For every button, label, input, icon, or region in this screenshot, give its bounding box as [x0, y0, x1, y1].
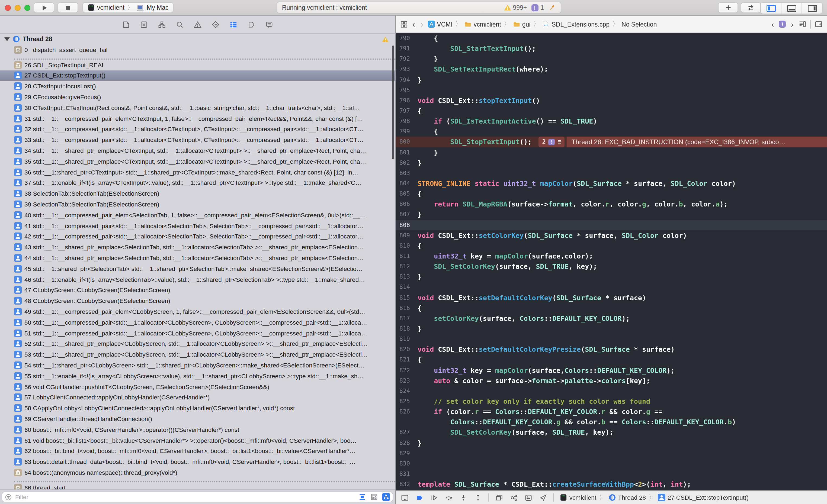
stack-frame-row[interactable]: 66 thread_start — [0, 482, 395, 489]
code-line[interactable]: 808 — [396, 220, 827, 230]
navigator-tab-source-control[interactable] — [139, 20, 149, 29]
code-text[interactable]: void CSDL_Ext::setDefaultColorKeyPresize… — [410, 345, 675, 354]
code-line[interactable]: 823 auto & color = surface->format->pale… — [396, 375, 827, 386]
line-number[interactable]: 792 — [396, 56, 410, 63]
error-banner[interactable]: Thread 28: EXC_BAD_INSTRUCTION (code=EXC… — [567, 137, 827, 147]
code-text[interactable]: Colors::DEFAULT_KEY_COLOR.g && color.b =… — [410, 418, 736, 426]
line-number[interactable]: 832 — [396, 481, 410, 488]
go-forward-button[interactable]: › — [420, 20, 425, 29]
line-number[interactable]: 808 — [396, 221, 410, 228]
breadcrumb[interactable]: VCMI〉vcmiclient〉gui〉c++SDL_Extensions.cp… — [428, 19, 657, 29]
navigator-tab-symbol[interactable] — [157, 20, 166, 29]
breadcrumb-item[interactable]: gui — [522, 21, 531, 27]
line-number[interactable]: 810 — [396, 242, 410, 249]
stack-frame-row[interactable]: 46 std::__1::enable_if<!(is_array<Select… — [0, 274, 395, 285]
code-line[interactable]: 816{ — [396, 303, 827, 313]
stack-frame-row[interactable]: 55 std::__1::enable_if<!(is_array<CLobby… — [0, 371, 395, 382]
stack-frame-row[interactable]: 44 std::__1::__shared_ptr_emplace<Select… — [0, 253, 395, 263]
code-line[interactable]: 824 — [396, 386, 827, 396]
code-text[interactable]: } — [410, 55, 438, 63]
line-number[interactable]: 799 — [396, 128, 410, 135]
breadcrumb-item[interactable]: vcmiclient — [474, 21, 501, 27]
line-number[interactable]: 798 — [396, 118, 410, 125]
navigator-tab-breakpoint[interactable] — [247, 20, 256, 29]
navigator-tab-issue[interactable] — [193, 20, 202, 29]
navigator-tab-find[interactable] — [175, 20, 184, 29]
code-line[interactable]: Colors::DEFAULT_KEY_COLOR.g && color.b =… — [396, 417, 827, 427]
dbg-toggle-button[interactable] — [400, 493, 409, 502]
code-text[interactable]: } — [410, 148, 438, 156]
scheme-selector[interactable]: vcmiclient 〉 My Mac — [83, 2, 173, 13]
breadcrumb-item[interactable]: No Selection — [622, 21, 657, 27]
code-text[interactable]: uint32_t key = mapColor(surface,color); — [410, 252, 593, 260]
code-text[interactable]: uint32_t key = mapColor(surface,Colors::… — [410, 366, 675, 374]
line-number[interactable]: 809 — [396, 232, 410, 239]
disclosure-triangle-icon[interactable] — [4, 37, 10, 41]
code-line[interactable]: 791 SDL_StartTextInput(); — [396, 43, 827, 54]
line-number[interactable]: 793 — [396, 66, 410, 73]
code-text[interactable]: SDL_SetTextInputRect(where); — [410, 65, 548, 73]
stack-frame-row[interactable]: 32 std::__1::__compressed_pair<std::__1:… — [0, 124, 395, 135]
code-text[interactable]: return SDL_MapRGBA(surface->format, colo… — [410, 200, 728, 208]
code-text[interactable]: void CSDL_Ext::setDefaultColorKey(SDL_Su… — [410, 293, 646, 301]
code-line[interactable]: 812 SDL_SetColorKey(surface, SDL_TRUE, k… — [396, 261, 827, 272]
stack-frame-row[interactable]: 33 std::__1::__compressed_pair<std::__1:… — [0, 135, 395, 146]
code-line[interactable]: 819 — [396, 334, 827, 344]
stack-frame-row[interactable]: 43 std::__1::__shared_ptr_emplace<Select… — [0, 242, 395, 253]
add-editor-icon[interactable] — [815, 20, 823, 28]
line-number[interactable]: 794 — [396, 76, 410, 83]
line-number[interactable]: 795 — [396, 87, 410, 94]
line-number[interactable]: 796 — [396, 97, 410, 104]
code-line[interactable]: 807} — [396, 210, 827, 220]
code-line[interactable]: 828} — [396, 438, 827, 448]
filter-field[interactable] — [2, 492, 393, 502]
previous-issue-button[interactable]: ‹ — [770, 20, 775, 29]
stack-frame-row[interactable]: 52 std::__1::__shared_ptr_emplace<CLobby… — [0, 338, 395, 349]
step-over-button[interactable] — [444, 493, 453, 502]
stack-frame-row[interactable]: 48 CLobbyScreen::CLobbyScreen(ESelection… — [0, 296, 395, 306]
code-text[interactable]: } — [410, 273, 422, 281]
code-line[interactable]: 832template SDL_Surface * CSDL_Ext::crea… — [396, 479, 827, 489]
thread-header[interactable]: Thread 28 — [0, 34, 395, 45]
code-line[interactable]: 800 SDL_StopTextInput();2!≡Thread 28: EX… — [396, 137, 827, 147]
line-number[interactable]: 790 — [396, 35, 410, 42]
stack-frame-row[interactable]: 56 void CGuiHandler::pushIntT<CLobbyScre… — [0, 381, 395, 392]
stack-frame-row[interactable]: 57 LobbyClientConnected::applyOnLobbyHan… — [0, 392, 395, 403]
code-line[interactable]: 818} — [396, 324, 827, 334]
line-number[interactable]: 815 — [396, 294, 410, 301]
line-number[interactable]: 801 — [396, 149, 410, 156]
close-window-icon[interactable] — [5, 5, 11, 11]
zoom-window-icon[interactable] — [25, 5, 30, 11]
line-number[interactable]: 806 — [396, 201, 410, 208]
code-line[interactable]: 829 — [396, 448, 827, 458]
line-number[interactable]: 817 — [396, 315, 410, 322]
line-number[interactable]: 811 — [396, 253, 410, 260]
editor-swap-button[interactable] — [741, 2, 761, 13]
code-line[interactable]: 805{ — [396, 188, 827, 199]
bp-on-button[interactable] — [415, 493, 424, 502]
sim-loc-button[interactable] — [538, 493, 547, 502]
line-number[interactable]: 791 — [396, 45, 410, 52]
line-number[interactable]: 824 — [396, 388, 410, 395]
stack-frame-row[interactable]: 35 std::__1::__shared_ptr_emplace<CTextI… — [0, 156, 395, 167]
stack-frame-row[interactable]: 30 CTextInput::CTextInput(Rect const&, P… — [0, 102, 395, 113]
line-number[interactable]: 805 — [396, 190, 410, 197]
code-text[interactable]: if (color.r == Colors::DEFAULT_KEY_COLOR… — [410, 407, 663, 416]
code-line[interactable]: 814 — [396, 282, 827, 292]
code-text[interactable]: } — [410, 159, 422, 167]
code-line[interactable]: 797{ — [396, 106, 827, 116]
line-number[interactable]: 800 — [396, 138, 410, 146]
code-line[interactable]: 790 { — [396, 33, 827, 43]
stack-frame-row[interactable]: 47 CLobbyScreen::CLobbyScreen(ESelection… — [0, 285, 395, 296]
code-text[interactable]: } — [410, 439, 422, 447]
code-line[interactable]: 830 — [396, 458, 827, 469]
code-editor[interactable]: 790 {791 SDL_StartTextInput();792 }793 S… — [396, 33, 827, 491]
line-number[interactable]: 803 — [396, 170, 410, 177]
line-number[interactable]: 818 — [396, 325, 410, 332]
view-mode-icon[interactable] — [382, 493, 390, 501]
navigator-tab-report[interactable] — [264, 20, 274, 29]
line-number[interactable]: 804 — [396, 180, 410, 187]
view-hier-button[interactable] — [495, 493, 503, 502]
breadcrumb-item[interactable]: VCMI — [437, 21, 452, 27]
mem-graph-button[interactable] — [509, 493, 518, 502]
